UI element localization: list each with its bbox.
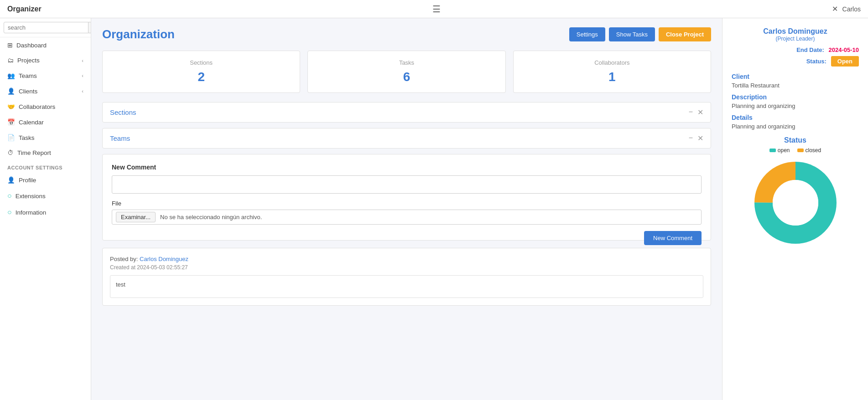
end-date-row: End Date: 2024-05-10 [732, 46, 859, 53]
sections-block-actions: − ✕ [689, 108, 703, 117]
file-browse-button[interactable]: Examinar... [116, 212, 156, 222]
dashboard-icon: ⊞ [7, 41, 13, 49]
collaborators-value: 1 [521, 70, 703, 84]
close-icon[interactable]: ✕ [832, 5, 838, 13]
tasks-label: Tasks [315, 59, 498, 66]
nav-label-profile: Profile [19, 177, 36, 184]
close-project-button[interactable]: Close Project [659, 27, 711, 41]
svg-point-2 [773, 180, 818, 226]
search-bar: 🔍 [0, 18, 91, 37]
nav-label-clients: Clients [19, 88, 37, 95]
collaborators-label: Collaborators [521, 59, 703, 66]
stat-collaborators: Collaborators 1 [513, 51, 711, 93]
teams-block: Teams − ✕ [102, 128, 711, 149]
legend-closed: closed [797, 147, 821, 154]
nav-item-time-report[interactable]: ⏱ Time Report [0, 145, 91, 160]
settings-button[interactable]: Settings [569, 27, 605, 41]
sidebar: 🔍 ⊞ Dashboard 🗂 Projects ‹ 👥 Teams ‹ [0, 18, 91, 400]
client-title: Client [732, 73, 859, 80]
tasks-value: 6 [315, 70, 498, 84]
chevron-teams-icon: ‹ [82, 73, 83, 78]
teams-block-header: Teams − ✕ [103, 128, 711, 148]
end-date-label: End Date: [796, 46, 824, 53]
sections-block-header: Sections − ✕ [103, 103, 711, 122]
teams-minimize-icon[interactable]: − [689, 134, 693, 143]
file-no-selection-text: No se ha seleccionado ningún archivo. [160, 214, 262, 221]
legend-open-label: open [778, 147, 790, 154]
right-panel: Carlos Dominguez (Project Leader) End Da… [722, 18, 868, 400]
donut-chart [750, 157, 841, 248]
file-row: Examinar... No se ha seleccionado ningún… [112, 210, 702, 225]
tasks-icon: 📄 [7, 134, 15, 141]
status-badge[interactable]: Open [831, 56, 859, 67]
legend-closed-dot [797, 149, 804, 152]
details-title: Details [732, 114, 859, 121]
sections-block: Sections − ✕ [102, 102, 711, 123]
leader-name: Carlos Dominguez [732, 27, 859, 36]
nav-item-projects[interactable]: 🗂 Projects ‹ [0, 53, 91, 68]
sections-close-icon[interactable]: ✕ [697, 108, 703, 117]
sections-minimize-icon[interactable]: − [689, 108, 693, 117]
chart-container [732, 157, 859, 248]
nav-label-dashboard: Dashboard [16, 42, 47, 49]
nav-label-teams: Teams [19, 72, 37, 79]
chart-legend: open closed [732, 147, 859, 154]
nav-item-calendar[interactable]: 📅 Calendar [0, 114, 91, 130]
center-panel: Organization Settings Show Tasks Close P… [91, 18, 722, 400]
details-value: Planning and organizing [732, 123, 859, 130]
nav-label-projects: Projects [17, 57, 40, 64]
posted-date: Created at 2024-05-03 02:55:27 [110, 264, 703, 271]
show-tasks-button[interactable]: Show Tasks [609, 27, 655, 41]
nav-label-extensions: Extensions [16, 193, 46, 200]
teams-block-title: Teams [110, 134, 130, 142]
comment-input[interactable] [112, 175, 702, 194]
sections-value: 2 [110, 70, 292, 84]
new-comment-button[interactable]: New Comment [644, 231, 702, 245]
nav-label-information: Information [16, 209, 47, 216]
stat-sections: Sections 2 [102, 51, 300, 93]
description-value: Planning and organizing [732, 103, 859, 109]
legend-closed-label: closed [806, 147, 821, 154]
page-header: Organization Settings Show Tasks Close P… [102, 27, 711, 41]
description-title: Description [732, 93, 859, 101]
search-input[interactable] [4, 22, 88, 33]
header-buttons: Settings Show Tasks Close Project [569, 27, 711, 41]
sections-label: Sections [110, 59, 292, 66]
account-settings-label: ACCOUNT SETTINGS [0, 160, 91, 172]
leader-role: (Project Leader) [732, 36, 859, 42]
nav-item-clients[interactable]: 👤 Clients ‹ [0, 83, 91, 99]
legend-open-dot [769, 149, 776, 152]
new-comment-label: New Comment [112, 164, 702, 171]
profile-icon: 👤 [7, 176, 15, 184]
page-title: Organization [102, 27, 175, 41]
comment-body: test [110, 275, 703, 298]
time-report-icon: ⏱ [7, 149, 14, 156]
status-row: Status: Open [732, 56, 859, 67]
teams-block-actions: − ✕ [689, 134, 703, 143]
nav-item-extensions[interactable]: ○ Extensions [0, 188, 91, 204]
posted-by: Posted by: Carlos Dominguez [110, 256, 703, 262]
sections-block-title: Sections [110, 108, 136, 116]
chart-title: Status [732, 136, 859, 144]
nav-item-information[interactable]: ○ Information [0, 204, 91, 221]
comment-author[interactable]: Carlos Dominguez [140, 256, 188, 262]
nav-label-time-report: Time Report [17, 149, 51, 156]
nav-label-collaborators: Collaborators [19, 103, 55, 110]
client-value: Tortilla Restaurant [732, 82, 859, 89]
user-name: Carlos [842, 5, 861, 13]
nav-item-collaborators[interactable]: 🤝 Collaborators [0, 99, 91, 114]
nav-item-profile[interactable]: 👤 Profile [0, 172, 91, 188]
nav-item-dashboard[interactable]: ⊞ Dashboard [0, 37, 91, 53]
posted-by-label: Posted by: [110, 256, 138, 262]
stat-tasks: Tasks 6 [307, 51, 505, 93]
nav-item-teams[interactable]: 👥 Teams ‹ [0, 68, 91, 83]
nav-item-tasks[interactable]: 📄 Tasks [0, 130, 91, 145]
clients-icon: 👤 [7, 87, 15, 95]
projects-icon: 🗂 [7, 57, 14, 64]
file-label: File [112, 200, 702, 207]
information-icon: ○ [7, 208, 12, 216]
nav-label-tasks: Tasks [19, 134, 35, 141]
teams-close-icon[interactable]: ✕ [697, 134, 703, 143]
menu-icon[interactable]: ☰ [432, 4, 441, 15]
posted-comment: Posted by: Carlos Dominguez Created at 2… [102, 248, 711, 306]
